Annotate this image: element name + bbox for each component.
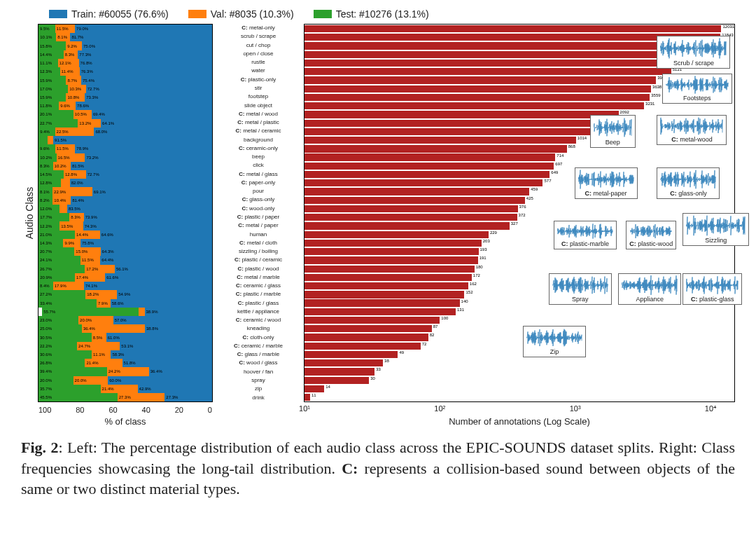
split-bar-row: 72.7%10.3%17.0% bbox=[38, 85, 212, 93]
class-label: sizzling / boiling bbox=[213, 247, 304, 256]
segment-val: 22.5% bbox=[55, 128, 94, 136]
segment-test: 35.7% bbox=[38, 385, 101, 393]
segment-val: 11.5% bbox=[55, 144, 76, 153]
split-bar-row: 75.8%9.9%14.3% bbox=[38, 239, 212, 247]
segment-val: 16.5% bbox=[57, 153, 85, 162]
segment-test: 39.4% bbox=[38, 367, 107, 376]
segment-val: 12.1% bbox=[58, 59, 79, 67]
legend-label-test: Test: #10276 (13.1%) bbox=[336, 8, 429, 20]
segment-train: 78.9% bbox=[75, 144, 212, 153]
segment-test: 20.7% bbox=[38, 247, 74, 256]
class-label: C: wood / glass bbox=[213, 359, 304, 367]
segment-train: 53.1% bbox=[120, 342, 212, 350]
count-bar-row: 12031 bbox=[304, 25, 734, 33]
count-bar-row: 3638 bbox=[304, 85, 734, 93]
legend-label-train: Train: #60055 (76.6%) bbox=[71, 8, 169, 20]
count-bar-row: 11 bbox=[304, 393, 734, 401]
left-x-ticks: 100806040200 bbox=[38, 406, 212, 414]
legend-item-test: Test: #10276 (13.1%) bbox=[314, 8, 429, 20]
count-bar-row: 1014 bbox=[304, 136, 734, 144]
segment-test: 15.9% bbox=[38, 93, 66, 102]
segment-val: 11.1% bbox=[92, 350, 111, 359]
segment-train: 58.6% bbox=[111, 299, 212, 308]
segment-train: 64.3% bbox=[101, 247, 212, 256]
legend-item-val: Val: #8035 (10.3%) bbox=[188, 8, 294, 20]
segment-val: 17.4% bbox=[75, 273, 105, 282]
segment-train: 75.0% bbox=[82, 41, 212, 50]
count-bar-row: 229 bbox=[304, 231, 734, 239]
split-bar-row: 38.8%36.4%25.0% bbox=[38, 324, 212, 333]
right-x-ticks: 10¹10²10³10⁴ bbox=[304, 404, 734, 414]
count-bar-row: 459 bbox=[304, 187, 734, 195]
segment-test: 20.1% bbox=[38, 110, 74, 118]
segment-test: 27.2% bbox=[38, 290, 85, 298]
split-bar-row: 79.0%11.5%9.5% bbox=[38, 25, 212, 33]
segment-val: 13.5% bbox=[59, 221, 83, 230]
segment-test: 25.0% bbox=[38, 324, 82, 333]
segment-train: 38.8% bbox=[145, 324, 212, 333]
split-bar-row: 64.1%13.2%22.7% bbox=[38, 119, 212, 128]
count-bar-row: 191 bbox=[304, 256, 734, 264]
count-bar-row: 131 bbox=[304, 308, 734, 316]
class-label: C: glass-only bbox=[213, 195, 304, 204]
class-label: kneading bbox=[213, 324, 304, 333]
class-label: C: plastic / paper bbox=[213, 213, 304, 221]
class-label: C: plastic-only bbox=[213, 76, 304, 84]
count-bar-row: 2092 bbox=[304, 110, 734, 118]
segment-train: 51.8% bbox=[122, 359, 212, 367]
class-label: hoover / fan bbox=[213, 368, 304, 376]
segment-val: 9.9% bbox=[63, 239, 80, 247]
segment-test: 26.7% bbox=[38, 265, 85, 273]
split-bar-row: 51.8%21.4%26.8% bbox=[38, 359, 212, 367]
right-chart: 1203111843778163326056512139613638355932… bbox=[304, 24, 735, 402]
count-bar-row: 714 bbox=[304, 153, 734, 162]
segment-train: 74.1% bbox=[84, 282, 212, 290]
split-bar-row: 91.5% bbox=[38, 136, 212, 144]
segment-train: 72.7% bbox=[86, 170, 212, 179]
segment-val: 9.2% bbox=[66, 41, 82, 50]
class-label: C: plastic / marble bbox=[213, 290, 304, 298]
class-label: C: metal / wood bbox=[213, 110, 304, 118]
class-label: cut / chop bbox=[213, 41, 304, 50]
segment-val: 24.7% bbox=[77, 342, 120, 350]
class-label: background bbox=[213, 135, 304, 144]
count-bar-row: 5121 bbox=[304, 67, 734, 76]
split-bar-row: 42.9%21.4%35.7% bbox=[38, 385, 212, 393]
segment-train: 81.4% bbox=[71, 196, 212, 205]
count-bar-row: 203 bbox=[304, 239, 734, 247]
segment-val: 18.2% bbox=[85, 290, 117, 298]
segment-train: 76.8% bbox=[79, 59, 212, 67]
segment-test: 17.0% bbox=[38, 85, 68, 93]
segment-train: 36.4% bbox=[149, 367, 212, 376]
class-label: C: metal / glass bbox=[213, 170, 304, 179]
segment-train: 72.7% bbox=[86, 85, 212, 93]
count-bar-row: 2005 bbox=[304, 119, 734, 128]
class-label: C: metal / cloth bbox=[213, 239, 304, 247]
segment-val: 17.2% bbox=[85, 265, 115, 273]
segment-train: 61.6% bbox=[105, 273, 212, 282]
class-label: C: ceramic / marble bbox=[213, 342, 304, 350]
split-bar-row: 56.1%17.2%26.7% bbox=[38, 265, 212, 273]
segment-val: 15.0% bbox=[74, 247, 100, 256]
segment-val: 12.8% bbox=[64, 170, 86, 179]
segment-test: 12.8% bbox=[38, 179, 61, 187]
class-label: rustle bbox=[213, 58, 304, 67]
split-bar-row: 69.1%22.9%8.1% bbox=[38, 187, 212, 195]
count-bar-row: 30 bbox=[304, 376, 734, 385]
count-bar-row: 14 bbox=[304, 385, 734, 393]
split-bar-row: 69.4%10.5%20.1% bbox=[38, 110, 212, 118]
count-bar-row: 49 bbox=[304, 350, 734, 359]
segment-val: 11.5% bbox=[80, 256, 101, 264]
split-bar-row: 74.3%13.5%12.2% bbox=[38, 221, 212, 230]
class-label: footstep bbox=[213, 92, 304, 101]
segment-train: 64.1% bbox=[101, 119, 212, 128]
count-bar-row: 7781 bbox=[304, 41, 734, 50]
segment-train: 75.8% bbox=[80, 239, 212, 247]
count-bar-row: 6332 bbox=[304, 50, 734, 59]
segment-train: 73.2% bbox=[85, 153, 212, 162]
segment-test: 55.7% bbox=[42, 308, 139, 316]
segment-train: 74.3% bbox=[83, 221, 212, 230]
class-label: C: cloth-only bbox=[213, 334, 304, 342]
segment-train: 69.4% bbox=[92, 110, 212, 118]
segment-test: 8.4% bbox=[38, 282, 53, 290]
